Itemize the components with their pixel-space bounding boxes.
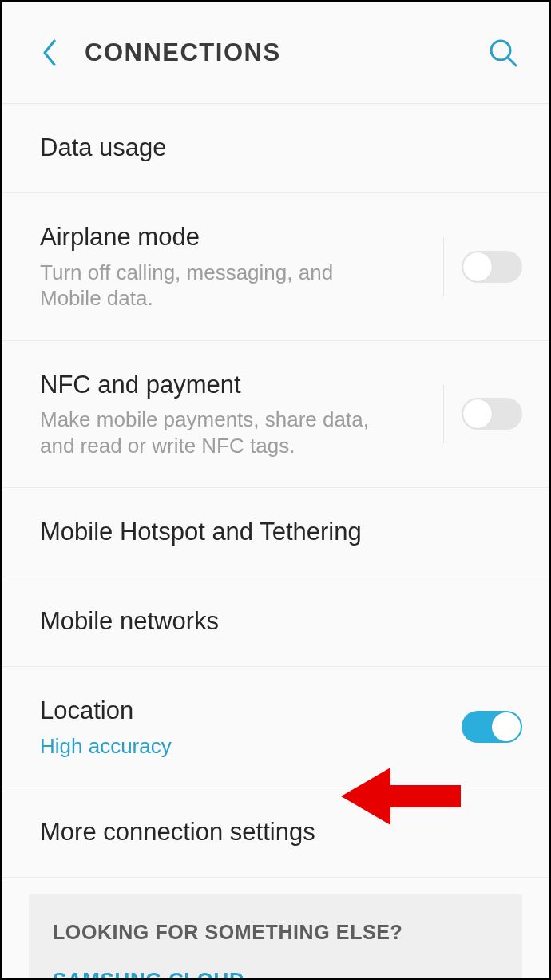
item-subtext: Turn off calling, messaging, and Mobile …	[40, 260, 383, 311]
toggle-knob	[463, 399, 492, 428]
item-label: Data usage	[40, 133, 522, 164]
item-data-usage[interactable]: Data usage	[2, 104, 549, 193]
location-toggle[interactable]	[462, 711, 522, 743]
footer-lead: LOOKING FOR SOMETHING ELSE?	[53, 921, 498, 944]
toggle-container	[443, 384, 522, 443]
settings-list: Data usage Airplane mode Turn off callin…	[2, 104, 549, 878]
item-hotspot-tethering[interactable]: Mobile Hotspot and Tethering	[2, 488, 549, 577]
svg-line-1	[508, 58, 516, 65]
item-label: Location	[40, 696, 462, 727]
back-button[interactable]	[34, 29, 65, 77]
search-icon	[487, 37, 519, 69]
item-more-connection-settings[interactable]: More connection settings	[2, 788, 549, 878]
item-mobile-networks[interactable]: Mobile networks	[2, 577, 549, 667]
item-subtext: High accuracy	[40, 733, 383, 760]
footer-card: LOOKING FOR SOMETHING ELSE? SAMSUNG CLOU…	[29, 894, 522, 980]
toggle-container	[443, 237, 522, 296]
nfc-toggle[interactable]	[462, 398, 522, 430]
search-button[interactable]	[479, 29, 527, 77]
item-label: Mobile Hotspot and Tethering	[40, 517, 522, 548]
item-label: NFC and payment	[40, 370, 443, 401]
chevron-left-icon	[42, 39, 57, 66]
toggle-knob	[463, 252, 492, 281]
header-bar: CONNECTIONS	[2, 2, 549, 104]
page-title: CONNECTIONS	[85, 38, 479, 67]
item-airplane-mode[interactable]: Airplane mode Turn off calling, messagin…	[2, 193, 549, 341]
toggle-container	[462, 697, 522, 756]
item-location[interactable]: Location High accuracy	[2, 667, 549, 788]
airplane-toggle[interactable]	[462, 251, 522, 283]
item-subtext: Make mobile payments, share data, and re…	[40, 407, 383, 458]
toggle-knob	[492, 712, 521, 741]
item-label: Mobile networks	[40, 606, 522, 637]
item-label: More connection settings	[40, 817, 522, 848]
item-nfc-payment[interactable]: NFC and payment Make mobile payments, sh…	[2, 341, 549, 489]
footer-link-samsung-cloud[interactable]: SAMSUNG CLOUD	[53, 968, 498, 980]
item-label: Airplane mode	[40, 222, 443, 253]
